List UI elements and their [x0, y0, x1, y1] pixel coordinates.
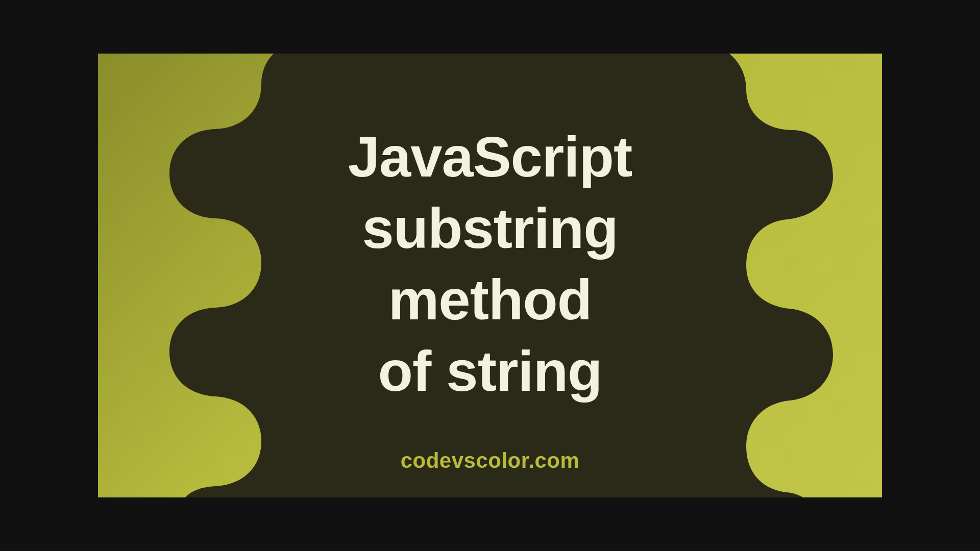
title-line-1: JavaScript: [348, 121, 632, 193]
banner-title: JavaScript substring method of string: [348, 121, 632, 407]
title-line-2: substring: [348, 193, 632, 264]
title-line-3: method: [348, 264, 632, 336]
banner-card: JavaScript substring method of string co…: [98, 54, 882, 497]
attribution-text: codevscolor.com: [401, 448, 580, 473]
title-line-4: of string: [348, 336, 632, 407]
